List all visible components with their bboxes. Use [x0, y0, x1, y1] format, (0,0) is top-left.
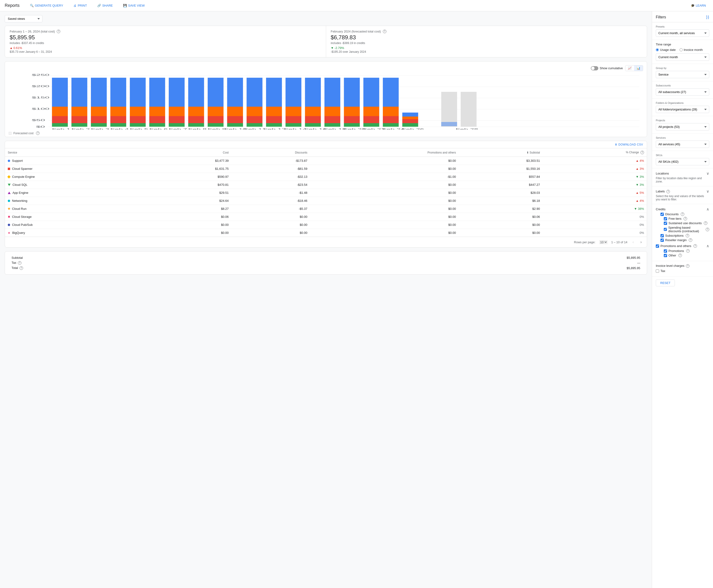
- promo-cell: -$1.00: [310, 173, 459, 181]
- reseller-checkbox[interactable]: [660, 238, 664, 242]
- subaccounts-select[interactable]: All subaccounts (27): [656, 88, 709, 96]
- sustained-help-icon[interactable]: ?: [704, 222, 707, 225]
- promo-collapse-row[interactable]: Promotions and others ? ∧: [656, 244, 709, 248]
- spending-help-icon[interactable]: ?: [706, 228, 709, 231]
- sustained-checkbox-item[interactable]: Sustained use discounts ?: [664, 222, 709, 225]
- invoice-charges-help-icon[interactable]: ?: [686, 264, 689, 268]
- other-help-icon[interactable]: ?: [678, 254, 682, 257]
- actual-cost-card: February 1 – 26, 2024 (total cost) ? $5,…: [5, 26, 326, 57]
- promotions-help-icon[interactable]: ?: [686, 249, 690, 253]
- labels-note: Select the key and values of the labels …: [656, 194, 709, 201]
- discounts-checkbox[interactable]: [660, 213, 664, 216]
- svg-rect-41: [188, 116, 204, 123]
- service-cell: Compute Engine: [5, 173, 147, 181]
- promotions-checkbox[interactable]: [664, 249, 667, 253]
- generate-query-button[interactable]: 🔍 GENERATE QUERY: [27, 2, 65, 9]
- discounts-cell: -$32.13: [231, 173, 310, 181]
- invoice-month-radio[interactable]: [679, 48, 683, 51]
- services-select[interactable]: All services (45): [656, 141, 709, 148]
- next-page-button[interactable]: ›: [639, 239, 643, 245]
- promo-others-checkbox-item[interactable]: Promotions and others ?: [656, 244, 697, 248]
- print-button[interactable]: 🖨 PRINT: [71, 2, 89, 9]
- tax-invoice-checkbox-item[interactable]: Tax: [656, 269, 709, 273]
- locations-chevron-icon: ∨: [707, 171, 709, 176]
- bar-chart-button[interactable]: 📊: [634, 65, 643, 71]
- total-help-icon[interactable]: ?: [20, 266, 23, 270]
- learn-button[interactable]: 🎓 LEARN: [689, 2, 708, 9]
- chart-area: $250 $200 $150 $100 $50 $0: [9, 73, 643, 129]
- group-by-select[interactable]: Service: [656, 71, 709, 78]
- line-chart-button[interactable]: 📈: [625, 65, 634, 71]
- usage-date-radio-label[interactable]: Usage date: [656, 48, 676, 51]
- discounts-checkbox-item[interactable]: Discounts ?: [660, 212, 709, 216]
- invoice-charges-title: Invoice level charges ?: [656, 264, 709, 268]
- discounts-help-icon[interactable]: ?: [681, 212, 684, 216]
- subscriptions-checkbox[interactable]: [660, 234, 664, 237]
- presets-select[interactable]: Current month, all services: [656, 29, 709, 37]
- promo-others-help-icon[interactable]: ?: [693, 244, 697, 248]
- save-view-button[interactable]: 💾 SAVE VIEW: [121, 2, 147, 9]
- download-csv-button[interactable]: ⬇ DOWNLOAD CSV: [615, 143, 643, 146]
- free-tiers-help-icon[interactable]: ?: [684, 217, 687, 220]
- actual-cost-help-icon[interactable]: ?: [57, 30, 60, 33]
- spending-checkbox-item[interactable]: Spending based discounts (contractual) ?: [664, 226, 709, 233]
- svg-rect-74: [344, 107, 360, 116]
- reseller-checkbox-item[interactable]: Reseller margin ?: [660, 238, 709, 242]
- promotions-checkbox-item[interactable]: Promotions ?: [664, 249, 709, 253]
- invoice-month-radio-label[interactable]: Invoice month: [679, 48, 703, 51]
- svg-rect-35: [149, 78, 165, 107]
- promo-cell: $0.00: [310, 205, 459, 213]
- change-help-icon[interactable]: ?: [641, 151, 644, 154]
- filter-collapse-icon[interactable]: ⟩⟩: [706, 15, 709, 20]
- services-label: Services: [656, 136, 709, 139]
- reseller-help-icon[interactable]: ?: [689, 238, 692, 242]
- usage-date-radio[interactable]: [656, 48, 659, 51]
- tax-invoice-checkbox[interactable]: [656, 269, 659, 273]
- rows-per-page-select[interactable]: 10 25 50: [599, 240, 608, 244]
- svg-rect-59: [266, 78, 282, 107]
- other-checkbox-item[interactable]: Other ?: [664, 254, 709, 257]
- free-tiers-checkbox-item[interactable]: Free tiers ?: [664, 217, 709, 220]
- folders-select[interactable]: All folders/organizations (28): [656, 106, 709, 113]
- discounts-cell: -$1.48: [231, 189, 310, 197]
- locations-collapse-row[interactable]: Locations ∨: [656, 171, 709, 176]
- skus-select[interactable]: All SKUs (402): [656, 158, 709, 165]
- saved-views-select[interactable]: Saved views: [5, 15, 42, 22]
- free-tiers-checkbox[interactable]: [664, 217, 667, 220]
- svg-rect-44: [208, 123, 224, 127]
- cost-cell: $0.00: [147, 221, 231, 229]
- projects-select[interactable]: All projects (53): [656, 123, 709, 130]
- forecast-legend-help[interactable]: ?: [36, 131, 40, 135]
- change-cell: ▲ 4%: [543, 157, 647, 165]
- labels-help-icon[interactable]: ?: [666, 190, 670, 193]
- svg-rect-66: [305, 107, 321, 116]
- other-checkbox[interactable]: [664, 254, 667, 257]
- learn-icon: 🎓: [691, 4, 695, 7]
- promo-cell: $0.00: [310, 165, 459, 173]
- forecasted-cost-help-icon[interactable]: ?: [383, 30, 386, 33]
- prev-page-button[interactable]: ‹: [631, 239, 635, 245]
- chart-legend: Forecasted cost ?: [9, 131, 643, 135]
- spending-checkbox[interactable]: [664, 228, 667, 231]
- service-cell: Cloud SQL: [5, 181, 147, 189]
- time-range-radio-group: Usage date Invoice month: [656, 48, 709, 51]
- svg-rect-86: [402, 117, 418, 119]
- subscriptions-help-icon[interactable]: ?: [686, 234, 689, 237]
- promo-others-checkbox[interactable]: [656, 245, 659, 248]
- current-month-select[interactable]: Current month: [656, 54, 709, 61]
- pagination-row: Rows per page: 10 25 50 1 – 10 of 14 ‹ ›: [5, 237, 647, 247]
- subscriptions-checkbox-item[interactable]: Subscriptions ?: [660, 234, 709, 237]
- show-cumulative-toggle[interactable]: Show cumulative: [591, 66, 623, 70]
- reset-button[interactable]: RESET: [656, 279, 675, 286]
- share-button[interactable]: 🔗 SHARE: [95, 2, 115, 9]
- svg-rect-12: [52, 123, 68, 127]
- sustained-checkbox[interactable]: [664, 222, 667, 225]
- table-row: Networking $24.64 -$18.46 $0.00 $6.18 ▲ …: [5, 197, 647, 205]
- tax-help-icon[interactable]: ?: [18, 261, 21, 265]
- tax-label: Tax ?: [10, 260, 306, 266]
- credits-collapse-row[interactable]: Credits ∧: [656, 207, 709, 211]
- labels-collapse-row[interactable]: Labels ? ∨: [656, 189, 709, 193]
- presets-section: Presets Current month, all services: [652, 22, 713, 40]
- credits-section: Credits ∧ Discounts ? Free tiers ? Susta…: [652, 204, 713, 261]
- svg-rect-47: [208, 78, 224, 107]
